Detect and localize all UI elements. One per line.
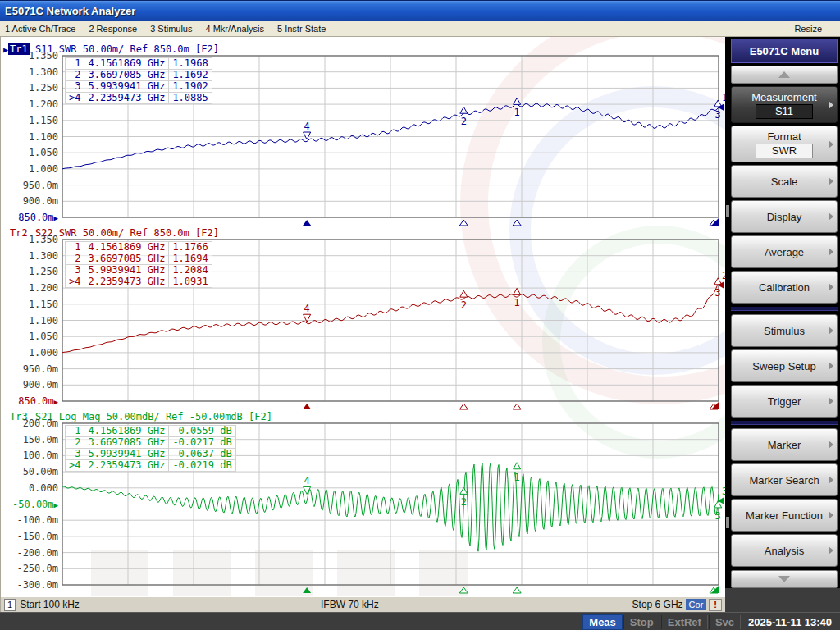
y-axis-tick-label: 1.050 [1,331,65,341]
trace-panel-3: ▶Tr3 S21 Log Mag 50.00mdB/ Ref -50.00mdB… [1,410,725,592]
y-axis-tick-label: 1.150 [1,299,65,309]
y-axis-tick-label: 1.200 [1,99,65,109]
y-axis-tick-label: 900.0m [1,380,65,390]
y-axis-tick-label: 1.000 [1,164,65,174]
softkey-scroll-down-button[interactable] [731,570,838,588]
softkey-measurement[interactable]: MeasurementS11 [731,86,838,123]
menu-bar: 1 Active Ch/Trace2 Response3 Stimulus4 M… [0,21,840,37]
marker-table-cell: 1.1766 [169,242,212,253]
marker-table-cell: 2 [66,437,84,449]
softkey-scale[interactable]: Scale [731,165,838,198]
menu-item-3[interactable]: 3 Stimulus [150,24,192,34]
softkey-value: SWR [756,144,813,158]
y-axis-tick-label: 1.050 [1,148,65,158]
chevron-right-icon [829,546,833,555]
softkey-label: Display [767,211,802,223]
softkey-display[interactable]: Display [731,200,838,233]
softkey-analysis[interactable]: Analysis [731,534,838,567]
trace-1-marker-table: 14.1561869 GHz1.196823.6697085 GHz1.1692… [65,57,212,104]
trace-3-marker-table: 14.1561869 GHz0.0559 dB23.6697085 GHz-0.… [65,425,236,472]
softkey-marker[interactable]: Marker [731,428,838,461]
marker-table-cell: 4.1561869 GHz [84,58,169,70]
marker-table-cell: 1 [66,426,84,437]
meas-status-badge: Meas [582,614,623,630]
softkey-label: Marker [768,439,801,451]
stop-frequency-label[interactable]: Stop 6 GHz [632,599,683,610]
chevron-right-icon [829,397,833,405]
correction-status-badge: Cor [686,599,707,610]
trace-2-header[interactable]: ▶Tr2 S22 SWR 50.00m/ Ref 850.0m [F2] [1,226,725,240]
softkey-scroll-up-button[interactable] [731,66,838,84]
softkey-label: Marker Function [746,509,823,522]
marker-table-cell: -0.0219 dB [169,460,235,472]
menu-item-2[interactable]: 2 Response [89,24,137,34]
chevron-right-icon [829,140,833,148]
trace-1-header[interactable]: ▶Tr1 S11 SWR 50.00m/ Ref 850.0m [F2] [1,43,725,56]
marker-table-cell: 3.6697085 GHz [84,437,169,449]
y-axis-tick-label: -300.0m [1,580,65,590]
trace-2-plot: 12342 1.3501.3001.2501.2001.1501.1001.05… [1,240,725,409]
softkey-calibration[interactable]: Calibration [731,271,838,304]
y-axis-tick-label: 850.0m▶ [1,212,58,223]
chevron-right-icon [829,362,833,370]
marker-table-cell: 2.2359473 GHz [84,460,169,472]
y-axis-tick-label: 1.350 [1,235,65,244]
marker-table-row: >42.2359473 GHz-0.0219 dB [66,460,236,472]
marker-table-cell: 1.1968 [169,58,212,70]
softkey-marker-function[interactable]: Marker Function [731,499,838,532]
y-axis-tick-label: 0.000 [1,483,65,493]
y-axis-tick-label: 950.0m [1,364,65,374]
softkey-average[interactable]: Average [731,235,838,268]
marker-table-cell: 1 [66,242,84,253]
softkey-group-separator [731,306,838,311]
y-axis-tick-label: 1.100 [1,316,65,326]
softkey-stimulus[interactable]: Stimulus [731,314,838,347]
marker-table-row: 23.6697085 GHz1.1694 [66,253,212,265]
marker-table-row: 14.1561869 GHz1.1766 [66,242,212,253]
menu-item-resize[interactable]: Resize [794,24,822,34]
marker-table-cell: 2 [66,253,84,265]
menu-item-4[interactable]: 4 Mkr/Analysis [205,24,264,34]
chevron-right-icon [829,248,833,256]
channel-number-badge: 1 [4,599,16,611]
start-frequency-label[interactable]: Start 100 kHz [20,599,80,610]
chevron-right-icon [829,212,833,221]
svg-text:2: 2 [461,299,467,311]
y-axis-tick-label: 1.350 [1,51,65,61]
ifbw-label[interactable]: IFBW 70 kHz [321,599,379,610]
trace-3-format-label: S21 Log Mag 50.00mdB/ Ref -50.00mdB [F2] [30,411,272,422]
window-titlebar[interactable]: E5071C Network Analyzer [0,0,840,21]
menu-item-5[interactable]: 5 Instr State [277,24,326,34]
trace-3-header[interactable]: ▶Tr3 S21 Log Mag 50.00mdB/ Ref -50.00mdB… [1,410,725,423]
softkey-label: Average [765,246,804,258]
status-bar: 1 Start 100 kHz IFBW 70 kHz Stop 6 GHz C… [1,596,725,612]
y-axis-tick-label: 150.0m [1,435,65,445]
softkey-trigger[interactable]: Trigger [731,385,838,418]
marker-table-cell: >4 [66,93,84,104]
softkey-marker-search[interactable]: Marker Search [731,463,838,496]
marker-table-cell: 3 [66,449,84,460]
instrument-status-bar: Meas Stop ExtRef Svc 2025-11-11 13:40 [0,612,840,630]
svg-text:3: 3 [715,287,721,299]
softkey-sweep-setup[interactable]: Sweep Setup [731,349,838,382]
chevron-right-icon [829,441,833,449]
marker-table-row: 35.9939941 GHz1.2084 [66,265,212,276]
marker-table-cell: 1.1694 [169,253,212,265]
plot-area: ▶Tr1 S11 SWR 50.00m/ Ref 850.0m [F2] 123… [1,37,725,596]
menu-item-1[interactable]: 1 Active Ch/Trace [5,24,75,34]
softkey-format[interactable]: FormatSWR [731,126,838,162]
marker-table-cell: >4 [66,460,84,472]
marker-table-cell: 3 [66,81,84,93]
y-axis-tick-label: 1.150 [1,116,65,126]
marker-table-cell: 0.0559 dB [169,426,235,437]
svg-text:3: 3 [715,109,721,121]
channel-window: ▶Tr1 S11 SWR 50.00m/ Ref 850.0m [F2] 123… [0,37,725,612]
y-axis-tick-label: 200.0m [1,418,65,428]
softkey-label: Scale [771,176,798,188]
marker-table-cell: 3.6697085 GHz [84,70,169,81]
softkey-label: Calibration [759,281,810,294]
softkey-scroll-mark [726,517,729,528]
marker-table-row: 23.6697085 GHz-0.0217 dB [66,437,236,449]
datetime-label: 2025-11-11 13:40 [742,615,838,629]
marker-table-cell: 3.6697085 GHz [84,253,169,265]
